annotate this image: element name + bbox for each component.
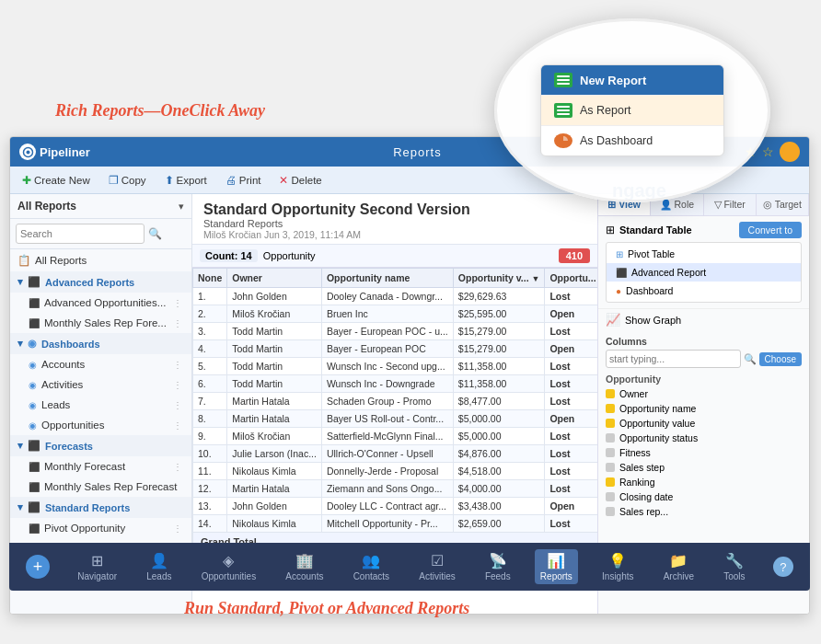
columns-search-input[interactable] — [606, 350, 741, 368]
convert-to-button[interactable]: Convert to — [739, 222, 802, 238]
nav-tools[interactable]: 🔧 Tools — [718, 549, 750, 584]
sidebar-arrow-icon[interactable]: ▾ — [179, 201, 184, 213]
sidebar-item-label-8: Monthly Sales Rep Forecast — [44, 481, 177, 492]
cell-name: Bayer - European POC - u... — [321, 323, 453, 340]
table-row: 8. Martin Hatala Bayer US Roll-out - Con… — [193, 410, 598, 428]
nav-navigator[interactable]: ⊞ Navigator — [72, 549, 122, 584]
sidebar-section-advanced[interactable]: ▾ ⬛ Advanced Reports — [10, 271, 191, 293]
new-report-label: New Report — [580, 74, 646, 87]
col-item-label: Opportunity name — [619, 403, 696, 414]
sidebar-section-forecasts[interactable]: ▾ ⬛ Forecasts — [10, 435, 191, 456]
sidebar-item-monthly-forecast[interactable]: ⬛ Monthly Forecast ⋮ — [10, 456, 191, 477]
activities-icon: ☑ — [431, 552, 444, 569]
nav-archive[interactable]: 📁 Archive — [658, 549, 700, 584]
svg-rect-5 — [557, 106, 570, 108]
nav-plus-button[interactable]: + — [26, 555, 50, 579]
sidebar-item-monthly-sales-rep[interactable]: ⬛ Monthly Sales Rep Forecast — [10, 477, 191, 497]
nav-accounts[interactable]: 🏢 Accounts — [280, 549, 329, 584]
sidebar-section-standard[interactable]: ▾ ⬛ Standard Reports — [10, 497, 191, 518]
copy-button[interactable]: ❐ Copy — [104, 172, 151, 189]
nav-feeds[interactable]: 📡 Feeds — [480, 549, 516, 584]
col-item[interactable]: Fitness — [606, 445, 802, 460]
help-button[interactable]: ? — [773, 557, 793, 577]
col-header-opportu: Opportu... — [545, 269, 597, 288]
dropdown-advanced-report[interactable]: ⬛ Advanced Report — [607, 263, 801, 282]
cell-value: $8,477.00 — [453, 393, 545, 410]
sidebar-item-advanced-opp[interactable]: ⬛ Advanced Opportunities... ⋮ — [10, 293, 191, 313]
adv-icon: ⬛ — [616, 268, 627, 278]
sidebar-item-label-3: Accounts — [41, 359, 85, 370]
col-header-none: None — [193, 269, 227, 288]
col-item[interactable]: Owner — [606, 386, 802, 401]
cell-owner: Martin Hatala — [227, 393, 322, 410]
col-item[interactable]: Sales step — [606, 460, 802, 475]
col-item-label: Opportunity value — [619, 418, 695, 429]
nav-leads[interactable]: 👤 Leads — [141, 549, 177, 584]
cell-value: $3,438.00 — [453, 498, 545, 515]
cell-owner: Todd Martin — [227, 375, 322, 393]
table-row: 4. Todd Martin Bayer - European POC $15,… — [193, 340, 598, 358]
nav-insights[interactable]: 💡 Insights — [596, 549, 639, 584]
share-icon-2[interactable]: ⋮ — [173, 318, 182, 328]
item-icon-8: ⬛ — [29, 482, 40, 492]
sidebar-item-monthly-sales[interactable]: ⬛ Monthly Sales Rep Fore... ⋮ — [10, 313, 191, 333]
choose-button[interactable]: Choose — [759, 352, 802, 366]
nav-contacts[interactable]: 👥 Contacts — [348, 549, 395, 584]
reports-icon: 📊 — [547, 552, 565, 569]
col-dot — [606, 389, 615, 398]
col-dot — [606, 448, 615, 457]
col-dot — [606, 433, 615, 443]
export-button[interactable]: ⬆ Export — [160, 172, 212, 189]
cell-name: Ullrich-O'Conner - Upsell — [321, 445, 453, 463]
cell-status: Open — [545, 305, 597, 323]
bottom-nav: + ⊞ Navigator 👤 Leads ◈ Opportunities 🏢 … — [9, 543, 810, 591]
col-item[interactable]: Ranking — [606, 475, 802, 489]
delete-button[interactable]: ✕ Delete — [274, 172, 326, 189]
search-input[interactable] — [16, 224, 145, 244]
nav-label-activities: Activities — [419, 571, 455, 581]
nav-reports[interactable]: 📊 Reports — [535, 549, 578, 584]
col-item[interactable]: Opportunity value — [606, 416, 802, 431]
col-dot — [606, 404, 615, 413]
col-header-opp-name: Opportunity name — [321, 269, 453, 288]
show-graph-row[interactable]: 📈 Show Graph — [598, 309, 809, 330]
sidebar-item-accounts[interactable]: ◉ Accounts ⋮ — [10, 354, 191, 374]
sidebar-item-activities[interactable]: ◉ Activities ⋮ — [10, 374, 191, 395]
dropdown-pivot-table[interactable]: ⊞ Pivot Table — [607, 245, 801, 263]
share-icon-7[interactable]: ⋮ — [173, 462, 182, 472]
create-new-button[interactable]: ✚ Create New — [17, 172, 95, 189]
navigator-icon: ⊞ — [91, 552, 103, 569]
as-dashboard-item[interactable]: As Dashboard — [541, 125, 723, 155]
dropdown-dashboard[interactable]: ● Dashboard — [607, 282, 801, 300]
cell-value: $15,279.00 — [453, 323, 545, 340]
cell-owner: Nikolaus Kimla — [227, 463, 322, 480]
share-icon-4[interactable]: ⋮ — [173, 380, 182, 390]
sidebar-item-all-reports[interactable]: 📋 All Reports — [10, 249, 191, 271]
col-item[interactable]: Opportunity status — [606, 431, 802, 445]
avatar[interactable] — [780, 142, 800, 162]
table-row: 1. John Golden Dooley Canada - Downgr...… — [193, 288, 598, 305]
nav-label-feeds: Feeds — [485, 571, 511, 581]
sidebar-item-opportunities[interactable]: ◉ Opportunities ⋮ — [10, 415, 191, 435]
cell-num: 5. — [193, 358, 227, 375]
col-item[interactable]: Opportunity name — [606, 401, 802, 416]
nav-activities[interactable]: ☑ Activities — [413, 549, 460, 584]
cell-name: Wunsch Inc - Downgrade — [321, 375, 453, 393]
col-item[interactable]: Closing date — [606, 489, 802, 504]
sidebar-item-leads[interactable]: ◉ Leads ⋮ — [10, 395, 191, 415]
col-item[interactable]: Sales rep... — [606, 504, 802, 519]
item-icon-3: ◉ — [29, 360, 37, 370]
share-icon[interactable]: ⋮ — [173, 298, 182, 308]
cell-status: Lost — [545, 358, 597, 375]
nav-opportunities[interactable]: ◈ Opportunities — [196, 549, 261, 584]
col-header-opp-val[interactable]: Opportunity v... ▼ — [453, 269, 545, 288]
share-icon-9[interactable]: ⋮ — [173, 523, 182, 534]
share-icon-5[interactable]: ⋮ — [173, 400, 182, 410]
share-icon-6[interactable]: ⋮ — [173, 420, 182, 431]
as-report-item[interactable]: As Report — [541, 95, 723, 125]
share-icon-3[interactable]: ⋮ — [173, 360, 182, 370]
popup-header[interactable]: New Report — [541, 65, 723, 95]
sidebar-section-dashboards[interactable]: ▾ ◉ Dashboards — [10, 333, 191, 354]
print-button[interactable]: 🖨 Print — [221, 172, 266, 189]
sidebar-item-pivot[interactable]: ⬛ Pivot Opportunity ⋮ — [10, 518, 191, 538]
